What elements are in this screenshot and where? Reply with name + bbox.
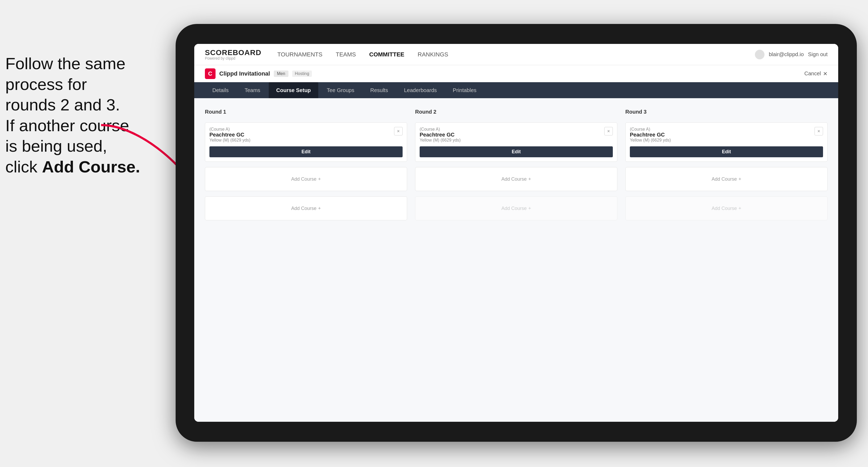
delete-icon-2: ×: [607, 128, 610, 134]
add-course-text-r2-2: Add Course +: [501, 206, 531, 211]
nav-links: TOURNAMENTS TEAMS COMMITTEE RANKINGS: [277, 51, 739, 58]
course-card-header-3: (Course A) Peachtree GC Yellow (M) (6629…: [630, 127, 823, 143]
brand: SCOREBOARD Powered by clippd: [205, 49, 261, 60]
add-course-text-r2-1: Add Course +: [501, 177, 531, 182]
men-badge: Men: [274, 70, 288, 77]
tab-details[interactable]: Details: [205, 82, 236, 98]
add-course-text-r3-1: Add Course +: [712, 177, 741, 182]
round-3-add-course-2: Add Course +: [625, 196, 828, 220]
rounds-grid: Round 1 (Course A) Peachtree GC Yellow (…: [205, 109, 828, 220]
hosting-badge: Hosting: [292, 70, 312, 77]
round-2-edit-button[interactable]: Edit: [420, 146, 613, 157]
round-2-add-course-2: Add Course +: [415, 196, 617, 220]
tablet-screen: SCOREBOARD Powered by clippd TOURNAMENTS…: [194, 44, 838, 422]
round-2-course-details: Yellow (M) (6629 yds): [420, 138, 461, 143]
top-nav: SCOREBOARD Powered by clippd TOURNAMENTS…: [194, 44, 838, 65]
round-1-column: Round 1 (Course A) Peachtree GC Yellow (…: [205, 109, 407, 220]
round-2-course-card: (Course A) Peachtree GC Yellow (M) (6629…: [415, 122, 617, 162]
round-1-course-label: (Course A): [209, 127, 250, 132]
tournament-info: C Clippd Invitational Men Hosting: [205, 68, 312, 79]
clippd-logo: C: [205, 68, 216, 79]
round-2-column: Round 2 (Course A) Peachtree GC Yellow (…: [415, 109, 617, 220]
plus-icon-r2-1: +: [528, 177, 531, 182]
tabs-bar: Details Teams Course Setup Tee Groups Re…: [194, 82, 838, 98]
round-3-add-course-1[interactable]: Add Course +: [625, 167, 828, 191]
round-2-title: Round 2: [415, 109, 617, 115]
nav-committee[interactable]: COMMITTEE: [369, 51, 404, 58]
brand-sub: Powered by clippd: [205, 56, 261, 60]
tablet-frame: SCOREBOARD Powered by clippd TOURNAMENTS…: [176, 24, 857, 442]
nav-teams[interactable]: TEAMS: [336, 51, 356, 58]
plus-icon-r3-1: +: [738, 177, 741, 182]
plus-icon-r3-2: +: [738, 206, 741, 211]
round-3-edit-button[interactable]: Edit: [630, 146, 823, 157]
plus-icon-r2-2: +: [528, 206, 531, 211]
nav-right: blair@clippd.io Sign out: [755, 50, 828, 59]
tournament-name: Clippd Invitational: [219, 70, 270, 77]
round-1-title: Round 1: [205, 109, 407, 115]
round-3-course-label: (Course A): [630, 127, 671, 132]
round-3-title: Round 3: [625, 109, 828, 115]
round-3-column: Round 3 (Course A) Peachtree GC Yellow (…: [625, 109, 828, 220]
tab-printables[interactable]: Printables: [445, 82, 484, 98]
tab-course-setup[interactable]: Course Setup: [269, 82, 318, 98]
round-2-course-name: Peachtree GC: [420, 132, 461, 138]
plus-icon-2: +: [318, 206, 321, 211]
instruction-text: Follow the same process for rounds 2 and…: [5, 53, 160, 177]
round-3-delete-button[interactable]: ×: [814, 127, 823, 135]
delete-icon-3: ×: [817, 128, 820, 134]
round-1-edit-button[interactable]: Edit: [209, 146, 403, 157]
tab-tee-groups[interactable]: Tee Groups: [319, 82, 362, 98]
round-1-delete-button[interactable]: ×: [394, 127, 403, 135]
round-1-add-course-2[interactable]: Add Course +: [205, 196, 407, 220]
brand-name: SCOREBOARD: [205, 49, 261, 56]
round-1-course-details: Yellow (M) (6629 yds): [209, 138, 250, 143]
add-course-text: Add Course +: [291, 177, 321, 182]
user-email: blair@clippd.io: [769, 51, 804, 58]
nav-tournaments[interactable]: TOURNAMENTS: [277, 51, 322, 58]
user-avatar: [755, 50, 765, 59]
round-2-course-label: (Course A): [420, 127, 461, 132]
sign-out-link[interactable]: Sign out: [808, 51, 828, 58]
add-course-text-r3-2: Add Course +: [712, 206, 741, 211]
round-3-course-card: (Course A) Peachtree GC Yellow (M) (6629…: [625, 122, 828, 162]
sub-header: C Clippd Invitational Men Hosting Cancel…: [194, 65, 838, 82]
course-card-header-2: (Course A) Peachtree GC Yellow (M) (6629…: [420, 127, 613, 143]
round-2-add-course-1[interactable]: Add Course +: [415, 167, 617, 191]
delete-icon: ×: [397, 128, 400, 134]
plus-icon: +: [318, 177, 321, 182]
cancel-icon: ✕: [823, 70, 828, 77]
cancel-button[interactable]: Cancel ✕: [804, 70, 828, 77]
round-3-course-details: Yellow (M) (6629 yds): [630, 138, 671, 143]
tab-leaderboards[interactable]: Leaderboards: [397, 82, 444, 98]
main-content: Round 1 (Course A) Peachtree GC Yellow (…: [194, 98, 838, 422]
round-1-course-name: Peachtree GC: [209, 132, 250, 138]
tab-teams[interactable]: Teams: [237, 82, 268, 98]
round-1-add-course-1[interactable]: Add Course +: [205, 167, 407, 191]
tab-results[interactable]: Results: [363, 82, 395, 98]
round-3-course-name: Peachtree GC: [630, 132, 671, 138]
round-1-course-card: (Course A) Peachtree GC Yellow (M) (6629…: [205, 122, 407, 162]
round-2-delete-button[interactable]: ×: [604, 127, 613, 135]
course-card-header: (Course A) Peachtree GC Yellow (M) (6629…: [209, 127, 403, 143]
nav-rankings[interactable]: RANKINGS: [418, 51, 448, 58]
add-course-text-2: Add Course +: [291, 206, 321, 211]
